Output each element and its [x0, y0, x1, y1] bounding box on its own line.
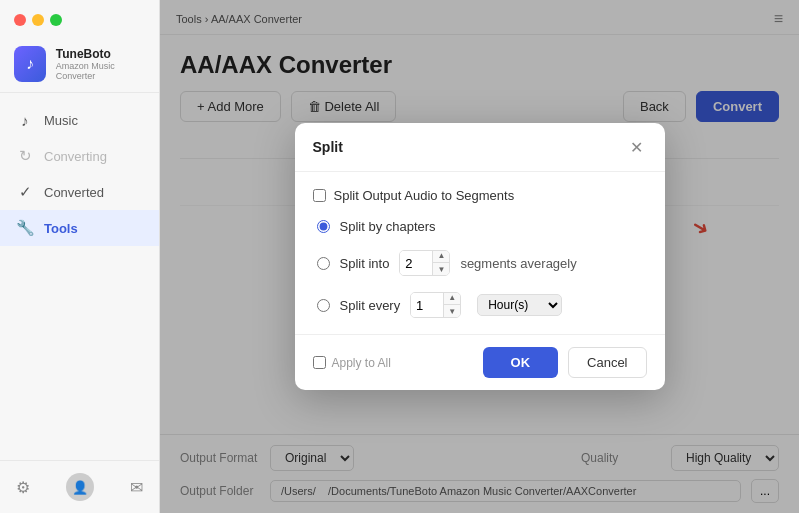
modal-body: Split Output Audio to Segments Split by …	[295, 172, 665, 334]
split-into-spinner[interactable]: ▲ ▼	[399, 250, 450, 276]
traffic-lights	[0, 0, 159, 34]
email-icon[interactable]: ✉	[130, 478, 143, 497]
split-every-spinner-btns: ▲ ▼	[443, 292, 460, 318]
modal-overlay: Split ✕ Split Output Audio to Segments S…	[160, 0, 799, 513]
avatar[interactable]: 👤	[66, 473, 94, 501]
converting-icon: ↻	[16, 147, 34, 165]
split-into-radio[interactable]	[317, 257, 330, 270]
modal-footer: Apply to All OK Cancel	[295, 334, 665, 390]
app-icon: ♪	[14, 46, 46, 82]
by-chapters-radio[interactable]	[317, 220, 330, 233]
footer-buttons: OK Cancel	[483, 347, 647, 378]
music-icon: ♪	[16, 112, 34, 129]
split-every-input[interactable]	[411, 293, 443, 317]
by-chapters-label[interactable]: Split by chapters	[340, 219, 436, 234]
segments-text: segments averagely	[460, 256, 576, 271]
apply-to-all-row: Apply to All	[313, 356, 391, 370]
spin-up-every-button[interactable]: ▲	[444, 292, 460, 305]
apply-to-all-checkbox[interactable]	[313, 356, 326, 369]
sidebar-item-label: Music	[44, 113, 78, 128]
spin-up-button[interactable]: ▲	[433, 250, 449, 263]
app-header: ♪ TuneBoto Amazon Music Converter	[0, 34, 159, 93]
maximize-button[interactable]	[50, 14, 62, 26]
sidebar-item-label: Converting	[44, 149, 107, 164]
unit-select[interactable]: Hour(s) Minute(s)	[477, 294, 562, 316]
sidebar-footer: ⚙ 👤 ✉	[0, 460, 159, 513]
split-into-label[interactable]: Split into	[340, 256, 390, 271]
cancel-button[interactable]: Cancel	[568, 347, 646, 378]
close-button[interactable]	[14, 14, 26, 26]
split-into-input[interactable]	[400, 251, 432, 275]
split-modal: Split ✕ Split Output Audio to Segments S…	[295, 123, 665, 390]
sidebar-item-converting: ↻ Converting	[0, 138, 159, 174]
app-subtitle: Amazon Music Converter	[56, 61, 145, 81]
sidebar-nav: ♪ Music ↻ Converting ✓ Converted 🔧 Tools	[0, 93, 159, 460]
sidebar-item-converted[interactable]: ✓ Converted	[0, 174, 159, 210]
sidebar-item-label: Converted	[44, 185, 104, 200]
app-name: TuneBoto	[56, 47, 145, 61]
sidebar-item-label: Tools	[44, 221, 78, 236]
sidebar: ♪ TuneBoto Amazon Music Converter ♪ Musi…	[0, 0, 160, 513]
split-into-row: Split into ▲ ▼ segments averagely	[317, 250, 647, 276]
split-every-row: Split every ▲ ▼ Hour(s) Minute(s)	[317, 292, 647, 318]
minimize-button[interactable]	[32, 14, 44, 26]
split-every-radio[interactable]	[317, 299, 330, 312]
settings-icon[interactable]: ⚙	[16, 478, 30, 497]
split-output-checkbox[interactable]	[313, 189, 326, 202]
spin-down-every-button[interactable]: ▼	[444, 305, 460, 318]
split-output-label[interactable]: Split Output Audio to Segments	[334, 188, 515, 203]
ok-button[interactable]: OK	[483, 347, 559, 378]
tools-icon: 🔧	[16, 219, 34, 237]
sidebar-item-tools[interactable]: 🔧 Tools	[0, 210, 159, 246]
split-every-spinner[interactable]: ▲ ▼	[410, 292, 461, 318]
spin-down-button[interactable]: ▼	[433, 263, 449, 276]
split-every-label[interactable]: Split every	[340, 298, 401, 313]
modal-close-button[interactable]: ✕	[627, 137, 647, 157]
split-by-chapters-row: Split by chapters	[317, 219, 647, 234]
main-content: Tools › AA/AAX Converter ≡ AA/AAX Conver…	[160, 0, 799, 513]
converted-icon: ✓	[16, 183, 34, 201]
apply-to-all-label[interactable]: Apply to All	[332, 356, 391, 370]
sidebar-item-music[interactable]: ♪ Music	[0, 103, 159, 138]
split-output-row: Split Output Audio to Segments	[313, 188, 647, 203]
modal-title: Split	[313, 139, 343, 155]
split-options-group: Split by chapters Split into ▲ ▼	[313, 219, 647, 318]
split-into-spinner-btns: ▲ ▼	[432, 250, 449, 276]
modal-header: Split ✕	[295, 123, 665, 172]
